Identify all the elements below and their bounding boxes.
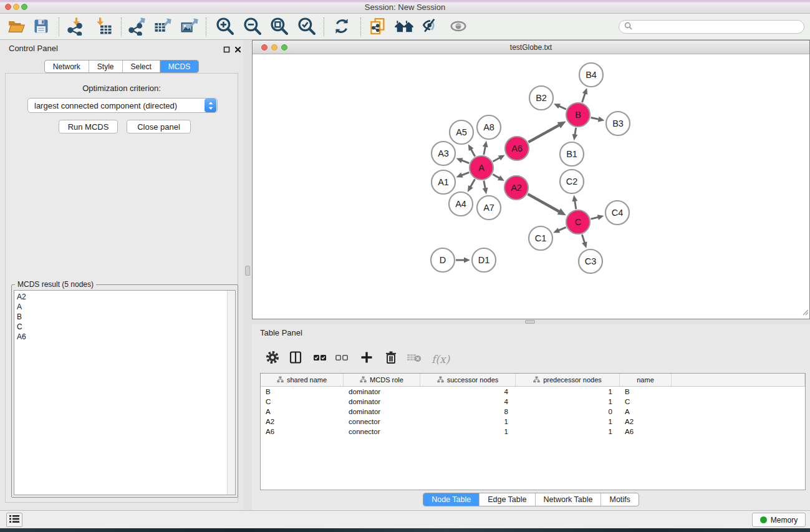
graph-edge-C-C3[interactable] bbox=[582, 235, 587, 248]
column-header-name[interactable]: name bbox=[620, 374, 672, 386]
mcds-result-item[interactable]: A bbox=[17, 302, 235, 312]
vertical-splitter[interactable] bbox=[243, 40, 252, 510]
graph-node-A7[interactable]: A7 bbox=[477, 196, 501, 220]
graph-edge-A-A5[interactable] bbox=[468, 144, 475, 157]
horizontal-splitter-handle[interactable] bbox=[525, 320, 535, 324]
network-window-titlebar[interactable]: testGlobe.txt bbox=[253, 41, 809, 54]
resize-grip-icon[interactable] bbox=[802, 307, 809, 318]
table-cell[interactable]: 4 bbox=[420, 398, 516, 405]
table-cell[interactable]: dominator bbox=[344, 388, 420, 395]
graph-node-B[interactable]: B bbox=[566, 103, 590, 127]
graph-edge-B-B3[interactable] bbox=[591, 117, 605, 122]
optimization-criterion-dropdown[interactable]: largest connected component (directed) bbox=[27, 98, 218, 113]
delete-button[interactable] bbox=[382, 349, 400, 367]
settings-gear-button[interactable] bbox=[263, 349, 282, 367]
graph-node-A3[interactable]: A3 bbox=[432, 142, 455, 165]
table-cell[interactable]: 8 bbox=[420, 408, 516, 415]
mcds-result-item[interactable]: C bbox=[17, 322, 235, 332]
graph-edge-A-A3[interactable] bbox=[456, 158, 470, 163]
open-file-button[interactable] bbox=[4, 16, 28, 38]
graph-node-A5[interactable]: A5 bbox=[450, 120, 473, 144]
graph-edge-B-B4[interactable] bbox=[582, 88, 588, 102]
home-views-button[interactable] bbox=[392, 16, 416, 38]
search-input[interactable] bbox=[635, 22, 799, 31]
network-canvas[interactable]: B4B2BB3A8A5A6A3B1AA1C2A2A4A7C4CC1C3DD1 bbox=[253, 54, 809, 319]
graph-node-C2[interactable]: C2 bbox=[560, 170, 584, 193]
tab-network-table[interactable]: Network Table bbox=[536, 493, 602, 506]
graph-node-C3[interactable]: C3 bbox=[579, 249, 602, 273]
table-row[interactable]: Cdominator41C bbox=[261, 397, 805, 407]
column-header-predecessor-nodes[interactable]: predecessor nodes bbox=[516, 374, 620, 386]
zoom-fit-button[interactable] bbox=[268, 16, 291, 38]
table-row[interactable]: A2connector11A2 bbox=[261, 417, 805, 427]
table-cell[interactable]: 1 bbox=[516, 418, 620, 425]
table-row[interactable]: Bdominator41B bbox=[261, 387, 805, 397]
zoom-out-button[interactable] bbox=[241, 16, 264, 38]
table-cell[interactable]: A6 bbox=[261, 428, 344, 435]
refresh-layout-button[interactable] bbox=[330, 16, 354, 38]
table-cell[interactable]: A2 bbox=[261, 418, 344, 425]
zoom-in-button[interactable] bbox=[213, 16, 237, 38]
toggle-panel-columns-button[interactable] bbox=[286, 349, 305, 367]
graph-node-B1[interactable]: B1 bbox=[560, 142, 584, 166]
close-panel-button[interactable] bbox=[233, 45, 242, 54]
table-cell[interactable]: A bbox=[261, 408, 344, 415]
mcds-result-item[interactable]: A2 bbox=[17, 292, 235, 302]
table-cell[interactable]: A bbox=[620, 408, 672, 415]
graph-edge-C-C2[interactable] bbox=[572, 195, 578, 210]
mcds-result-item[interactable]: B bbox=[17, 312, 235, 322]
table-row[interactable]: A6connector11A6 bbox=[261, 427, 805, 437]
graph-node-A2[interactable]: A2 bbox=[504, 176, 528, 200]
graph-node-C[interactable]: C bbox=[566, 210, 590, 234]
export-table-button[interactable] bbox=[151, 16, 175, 38]
select-all-checkboxes-button[interactable] bbox=[311, 349, 329, 367]
graph-node-B2[interactable]: B2 bbox=[529, 86, 553, 110]
memory-button[interactable]: Memory bbox=[752, 513, 806, 527]
graph-edge-A-A4[interactable] bbox=[468, 179, 475, 192]
import-network-button[interactable] bbox=[64, 16, 87, 38]
graph-edge-B-B1[interactable] bbox=[572, 128, 578, 141]
column-header-MCDS-role[interactable]: MCDS role bbox=[344, 374, 420, 386]
table-cell[interactable]: 0 bbox=[516, 408, 620, 415]
new-network-from-selection-button[interactable] bbox=[366, 16, 390, 38]
graph-edge-A-A8[interactable] bbox=[483, 141, 488, 155]
table-cell[interactable]: C bbox=[261, 398, 344, 405]
graph-node-B3[interactable]: B3 bbox=[606, 112, 630, 135]
table-cell[interactable]: A2 bbox=[620, 418, 672, 425]
graph-edge-A-A6[interactable] bbox=[493, 155, 504, 162]
graph-edge-B-B2[interactable] bbox=[554, 104, 566, 109]
table-cell[interactable]: connector bbox=[344, 418, 420, 425]
table-cell[interactable]: 1 bbox=[420, 418, 516, 425]
graph-node-B4[interactable]: B4 bbox=[579, 63, 603, 87]
float-panel-button[interactable] bbox=[222, 45, 231, 54]
horizontal-splitter[interactable] bbox=[252, 319, 810, 324]
table-cell[interactable]: C bbox=[620, 398, 672, 405]
delete-table-button[interactable] bbox=[405, 349, 423, 367]
graph-edge-A-A1[interactable] bbox=[456, 172, 470, 177]
column-header-successor-nodes[interactable]: successor nodes bbox=[420, 374, 516, 386]
table-cell[interactable]: dominator bbox=[344, 398, 420, 405]
export-image-button[interactable] bbox=[178, 16, 201, 38]
hide-style-button[interactable] bbox=[418, 16, 442, 38]
table-cell[interactable]: 4 bbox=[420, 388, 516, 395]
graph-edge-C-C1[interactable] bbox=[553, 227, 566, 233]
table-cell[interactable]: A6 bbox=[620, 428, 672, 435]
tab-edge-table[interactable]: Edge Table bbox=[480, 493, 535, 506]
mcds-result-item[interactable]: A6 bbox=[17, 332, 235, 342]
graph-edge-A-A7[interactable] bbox=[483, 181, 488, 195]
export-network-button[interactable] bbox=[125, 16, 148, 38]
tab-network[interactable]: Network bbox=[45, 60, 89, 72]
table-cell[interactable]: 1 bbox=[516, 398, 620, 405]
graph-node-A6[interactable]: A6 bbox=[505, 137, 529, 160]
tab-node-table[interactable]: Node Table bbox=[423, 493, 480, 506]
table-cell[interactable]: 1 bbox=[516, 428, 620, 435]
zoom-selected-button[interactable] bbox=[295, 16, 319, 38]
result-list-scrollbar[interactable] bbox=[227, 291, 235, 495]
graph-edge-A6-B[interactable] bbox=[528, 122, 566, 142]
graph-node-D[interactable]: D bbox=[431, 248, 455, 272]
graph-node-A1[interactable]: A1 bbox=[432, 170, 455, 194]
add-column-button[interactable] bbox=[357, 349, 376, 367]
table-cell[interactable]: connector bbox=[344, 428, 420, 435]
table-cell[interactable]: dominator bbox=[344, 408, 420, 415]
tab-style[interactable]: Style bbox=[89, 60, 123, 72]
